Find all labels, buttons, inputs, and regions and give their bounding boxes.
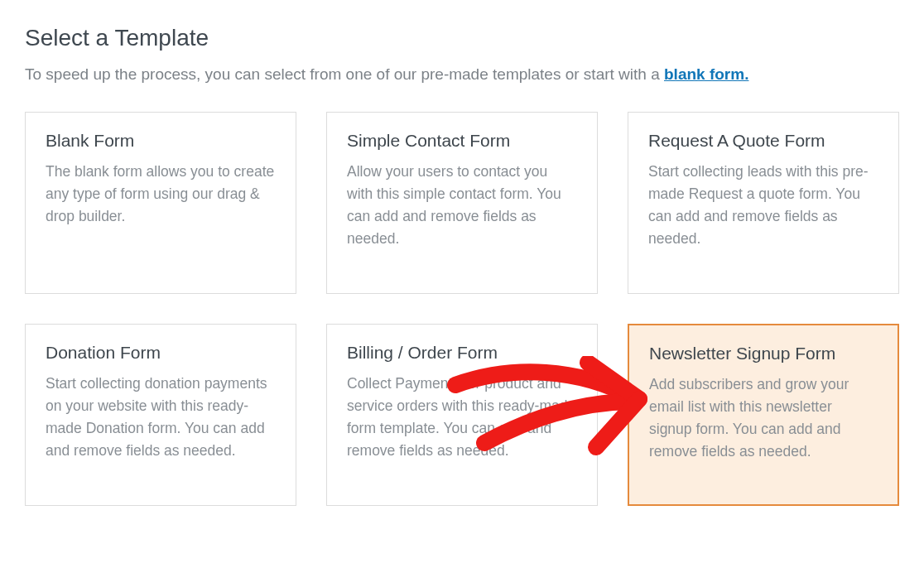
template-title: Newsletter Signup Form bbox=[649, 344, 878, 363]
template-description: Start collecting leads with this pre-mad… bbox=[648, 161, 878, 251]
template-description: Add subscribers and grow your email list… bbox=[649, 373, 878, 464]
template-description: Start collecting donation payments on yo… bbox=[46, 373, 276, 463]
template-card-billing-order-form[interactable]: Billing / Order Form Collect Payments fo… bbox=[326, 324, 598, 506]
template-description: Collect Payments for product and service… bbox=[347, 373, 577, 463]
template-grid: Blank Form The blank form allows you to … bbox=[25, 112, 899, 506]
template-card-request-a-quote-form[interactable]: Request A Quote Form Start collecting le… bbox=[628, 112, 899, 294]
template-description: The blank form allows you to create any … bbox=[46, 161, 276, 228]
page-title: Select a Template bbox=[25, 25, 899, 51]
blank-form-link[interactable]: blank form. bbox=[664, 65, 748, 83]
template-title: Request A Quote Form bbox=[648, 131, 878, 151]
template-card-newsletter-signup-form[interactable]: Newsletter Signup Form Add subscribers a… bbox=[628, 324, 899, 506]
template-card-blank-form[interactable]: Blank Form The blank form allows you to … bbox=[25, 112, 296, 294]
template-title: Billing / Order Form bbox=[347, 343, 577, 363]
template-title: Donation Form bbox=[46, 343, 276, 363]
page-subheading: To speed up the process, you can select … bbox=[25, 63, 899, 87]
template-description: Allow your users to contact you with thi… bbox=[347, 161, 577, 251]
template-title: Simple Contact Form bbox=[347, 131, 577, 151]
template-card-donation-form[interactable]: Donation Form Start collecting donation … bbox=[25, 324, 296, 506]
template-title: Blank Form bbox=[46, 131, 276, 151]
template-card-simple-contact-form[interactable]: Simple Contact Form Allow your users to … bbox=[326, 112, 598, 294]
subheading-text: To speed up the process, you can select … bbox=[25, 65, 664, 83]
